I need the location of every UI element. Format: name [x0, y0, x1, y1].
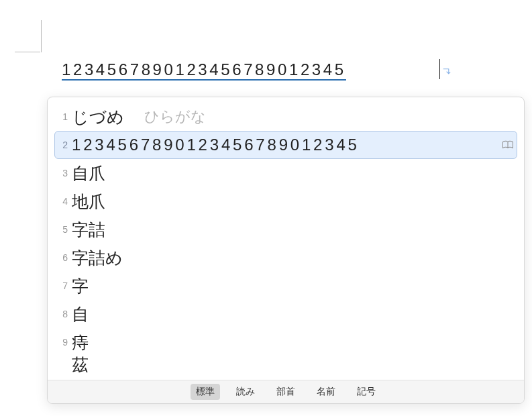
candidate-number: 6: [56, 252, 68, 263]
candidate-word: 茲: [72, 356, 89, 372]
candidate-item[interactable]: 1 じづめ ひらがな: [54, 103, 517, 131]
candidate-word: 自爪: [72, 162, 105, 185]
tab-name[interactable]: 名前: [311, 384, 341, 400]
candidate-number: 7: [56, 280, 68, 291]
tab-standard[interactable]: 標準: [191, 384, 220, 400]
candidate-item-selected[interactable]: 2 1234567890123456789012345: [54, 131, 517, 159]
candidate-bottom-bar: 標準 読み 部首 名前 記号: [48, 380, 524, 403]
ime-candidate-panel: 1 じづめ ひらがな 2 1234567890123456789012345 3…: [47, 97, 525, 404]
tab-reading[interactable]: 読み: [231, 384, 260, 400]
text-caret: [439, 59, 440, 79]
candidate-item[interactable]: 8 自: [54, 300, 517, 328]
candidate-number: 1: [56, 111, 68, 122]
candidate-item[interactable]: 3 自爪: [54, 159, 517, 187]
candidate-word: 痔: [72, 331, 89, 354]
tab-symbol[interactable]: 記号: [352, 384, 381, 400]
candidate-item[interactable]: 7 字: [54, 272, 517, 300]
candidate-word: じづめ: [72, 106, 124, 128]
paragraph-mark-icon: [442, 67, 451, 76]
candidate-item[interactable]: 茲: [54, 356, 517, 372]
candidate-number: 3: [56, 168, 68, 178]
candidate-list: 1 じづめ ひらがな 2 1234567890123456789012345 3…: [48, 97, 524, 372]
inline-input-text[interactable]: 1234567890123456789012345: [62, 62, 346, 81]
candidate-item[interactable]: 4 地爪: [54, 187, 517, 215]
candidate-item[interactable]: 6 字詰め: [54, 244, 517, 272]
candidate-word: 字: [72, 275, 89, 297]
candidate-item[interactable]: 9 痔: [54, 328, 517, 356]
candidate-number: 8: [56, 309, 68, 319]
document-frame-corner: [15, 19, 42, 52]
candidate-item[interactable]: 5 字詰: [54, 215, 517, 244]
candidate-number: 9: [56, 337, 68, 348]
candidate-word: 字詰: [72, 219, 105, 241]
dictionary-icon[interactable]: [502, 140, 514, 150]
candidate-number: 4: [56, 196, 68, 207]
tab-radical[interactable]: 部首: [271, 384, 301, 400]
candidate-hint: ひらがな: [144, 107, 206, 127]
candidate-word: 1234567890123456789012345: [72, 136, 360, 154]
candidate-number: 5: [56, 224, 68, 235]
candidate-number: 2: [56, 140, 68, 150]
candidate-word: 地爪: [72, 191, 105, 213]
candidate-word: 字詰め: [72, 247, 123, 269]
candidate-word: 自: [72, 303, 89, 325]
